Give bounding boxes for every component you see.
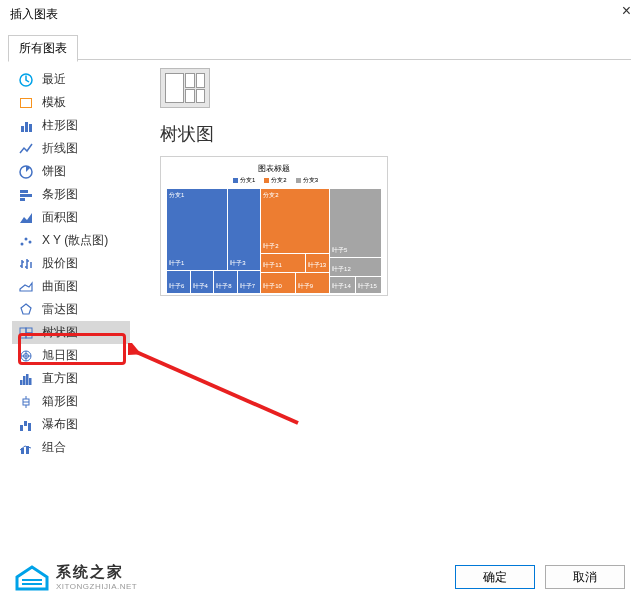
bar-icon: [18, 187, 34, 203]
sidebar-item-label: 箱形图: [42, 393, 78, 410]
sidebar-item-stock[interactable]: 股价图: [12, 252, 130, 275]
sidebar-item-label: 最近: [42, 71, 66, 88]
treemap-cell: 分支2叶子2: [261, 189, 329, 253]
sidebar-item-sunburst[interactable]: 旭日图: [12, 344, 130, 367]
pie-icon: [18, 164, 34, 180]
sidebar-item-waterfall[interactable]: 瀑布图: [12, 413, 130, 436]
svg-rect-6: [20, 190, 28, 193]
line-icon: [18, 141, 34, 157]
svg-rect-8: [20, 198, 25, 201]
scatter-icon: [18, 233, 34, 249]
sidebar-item-bar[interactable]: 条形图: [12, 183, 130, 206]
svg-rect-22: [20, 425, 23, 431]
sidebar-item-surface[interactable]: 曲面图: [12, 275, 130, 298]
sidebar-item-histogram[interactable]: 直方图: [12, 367, 130, 390]
template-icon: [18, 95, 34, 111]
treemap-cell: 叶子14: [330, 277, 355, 293]
sidebar-item-label: 模板: [42, 94, 66, 111]
sidebar-item-label: 雷达图: [42, 301, 78, 318]
sidebar-item-area[interactable]: 面积图: [12, 206, 130, 229]
watermark: 系统之家 XITONGZHIJIA.NET: [14, 563, 137, 591]
svg-rect-29: [22, 583, 42, 585]
dialog-titlebar: 插入图表 ×: [0, 0, 639, 28]
sidebar-item-label: 树状图: [42, 324, 78, 341]
ok-button[interactable]: 确定: [455, 565, 535, 589]
treemap-cell: 叶子4: [191, 271, 214, 293]
recent-icon: [18, 72, 34, 88]
area-icon: [18, 210, 34, 226]
sidebar-item-line[interactable]: 折线图: [12, 137, 130, 160]
treemap-icon: [18, 325, 34, 341]
chart-legend: 分支1分支2分支3: [167, 176, 381, 185]
sidebar-item-label: 条形图: [42, 186, 78, 203]
watermark-url: XITONGZHIJIA.NET: [56, 582, 137, 591]
treemap-cell: 叶子6: [167, 271, 190, 293]
cancel-button[interactable]: 取消: [545, 565, 625, 589]
svg-rect-13: [26, 328, 32, 333]
chart-type-sidebar: 最近模板柱形图折线图饼图条形图面积图X Y (散点图)股价图曲面图雷达图树状图旭…: [12, 68, 130, 530]
svg-rect-28: [22, 579, 42, 581]
svg-rect-19: [26, 374, 29, 385]
waterfall-icon: [18, 417, 34, 433]
chart-type-heading: 树状图: [160, 122, 627, 146]
tab-strip: 所有图表: [8, 34, 631, 60]
chart-subtype-thumb[interactable]: [160, 68, 210, 108]
combo-icon: [18, 440, 34, 456]
sidebar-item-scatter[interactable]: X Y (散点图): [12, 229, 130, 252]
close-icon[interactable]: ×: [622, 2, 631, 20]
svg-rect-4: [29, 124, 32, 132]
sidebar-item-pie[interactable]: 饼图: [12, 160, 130, 183]
treemap-cell: 叶子5: [330, 189, 381, 257]
treemap-cell: 叶子12: [330, 258, 381, 276]
svg-rect-20: [29, 378, 32, 385]
histogram-icon: [18, 371, 34, 387]
treemap-cell: 叶子10: [261, 273, 294, 293]
svg-rect-1: [21, 99, 31, 107]
sidebar-item-combo[interactable]: 组合: [12, 436, 130, 459]
sidebar-item-label: 饼图: [42, 163, 66, 180]
column-icon: [18, 118, 34, 134]
dialog-footer: 确定 取消: [455, 565, 625, 589]
surface-icon: [18, 279, 34, 295]
sidebar-item-treemap[interactable]: 树状图: [12, 321, 130, 344]
sidebar-item-label: 折线图: [42, 140, 78, 157]
sidebar-item-label: 面积图: [42, 209, 78, 226]
svg-rect-17: [20, 380, 23, 385]
sidebar-item-label: 股价图: [42, 255, 78, 272]
sidebar-item-template[interactable]: 模板: [12, 91, 130, 114]
sidebar-item-label: 组合: [42, 439, 66, 456]
dialog-title: 插入图表: [10, 6, 58, 23]
chart-sample-preview[interactable]: 图表标题 分支1分支2分支3 分支1叶子1 叶子3 叶子6 叶子4 叶子8 叶子…: [160, 156, 388, 296]
treemap-cell: 叶子7: [238, 271, 261, 293]
svg-rect-14: [26, 333, 32, 338]
svg-rect-7: [20, 194, 32, 197]
treemap-cell: 叶子13: [306, 254, 330, 272]
sidebar-item-box[interactable]: 箱形图: [12, 390, 130, 413]
svg-rect-24: [28, 423, 31, 431]
sidebar-item-radar[interactable]: 雷达图: [12, 298, 130, 321]
treemap-body: 分支1叶子1 叶子3 叶子6 叶子4 叶子8 叶子7 分支2叶子2 叶子11 叶…: [167, 189, 381, 293]
treemap-cell: 叶子9: [296, 273, 329, 293]
sidebar-item-label: 柱形图: [42, 117, 78, 134]
treemap-cell: 分支1叶子1: [167, 189, 227, 270]
svg-rect-3: [25, 122, 28, 132]
watermark-logo: [14, 563, 50, 591]
sidebar-item-column[interactable]: 柱形图: [12, 114, 130, 137]
sidebar-item-label: 曲面图: [42, 278, 78, 295]
stock-icon: [18, 256, 34, 272]
treemap-cell: 叶子11: [261, 254, 304, 272]
sidebar-item-label: 瀑布图: [42, 416, 78, 433]
box-icon: [18, 394, 34, 410]
sunburst-icon: [18, 348, 34, 364]
svg-point-10: [25, 237, 28, 240]
chart-preview-pane: 树状图 图表标题 分支1分支2分支3 分支1叶子1 叶子3 叶子6 叶子4 叶子…: [130, 68, 627, 530]
tab-all-charts[interactable]: 所有图表: [8, 35, 78, 62]
svg-point-11: [29, 240, 32, 243]
chart-title: 图表标题: [167, 163, 381, 174]
sidebar-item-recent[interactable]: 最近: [12, 68, 130, 91]
svg-rect-2: [21, 126, 24, 132]
radar-icon: [18, 302, 34, 318]
watermark-text: 系统之家: [56, 563, 137, 582]
svg-rect-23: [24, 421, 27, 426]
sidebar-item-label: X Y (散点图): [42, 232, 108, 249]
